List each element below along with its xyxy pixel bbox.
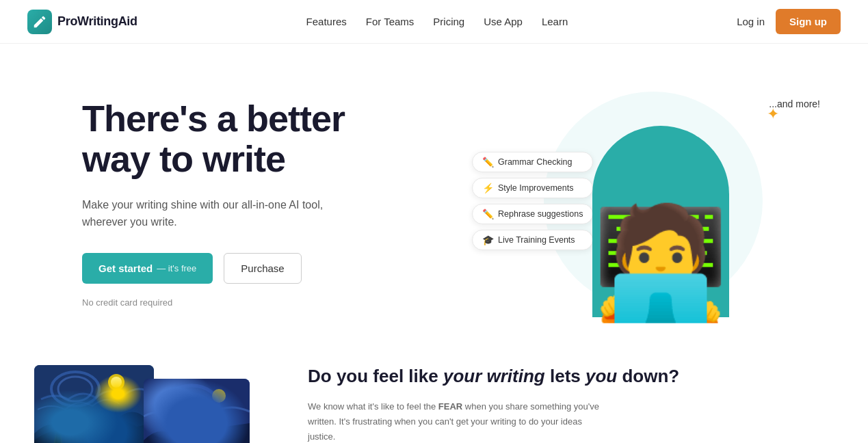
free-tag: — it's free — [157, 263, 196, 273]
chip-grammar: ✏️ Grammar Checking — [472, 152, 593, 172]
purchase-button[interactable]: Purchase — [224, 253, 301, 284]
logo-text: ProWritingAid — [57, 14, 137, 29]
star-decoration: ✦ — [767, 105, 779, 123]
hero-title: There's a better way to write — [82, 98, 438, 180]
no-credit-text: No credit card required — [82, 297, 438, 308]
svg-rect-0 — [34, 365, 154, 443]
style-icon: ⚡ — [482, 183, 494, 193]
painting-card-2 — [144, 379, 250, 443]
person-emoji: 🧑‍💻 — [592, 208, 729, 317]
nav-features[interactable]: Features — [306, 16, 347, 27]
svg-point-3 — [108, 374, 124, 390]
chip-style: ⚡ Style Improvements — [472, 178, 593, 198]
nav-pricing[interactable]: Pricing — [433, 16, 464, 27]
painting-card-1 — [34, 365, 154, 443]
svg-point-7 — [172, 392, 211, 420]
nav-for-teams[interactable]: For Teams — [366, 16, 415, 27]
chip-rephrase: ✏️ Rephrase suggestions — [472, 204, 593, 224]
svg-point-2 — [58, 377, 92, 401]
hero-subtitle: Make your writing shine with our all-in-… — [82, 196, 342, 231]
chip-rephrase-label: Rephrase suggestions — [498, 209, 583, 219]
chip-style-label: Style Improvements — [498, 183, 573, 193]
signup-button[interactable]: Sign up — [776, 9, 841, 34]
bottom-description: We know what it's like to feel the FEAR … — [308, 399, 609, 443]
hero-person: 🧑‍💻 — [586, 112, 736, 317]
bottom-section: My idea in my head Do you feel like your… — [0, 358, 868, 443]
svg-point-6 — [164, 386, 219, 427]
svg-point-4 — [111, 377, 122, 388]
bottom-title: Do you feel like your writing lets you d… — [308, 365, 841, 388]
hero-buttons: Get started — it's free Purchase — [82, 253, 438, 284]
rephrase-icon: ✏️ — [482, 209, 494, 219]
bottom-text: Do you feel like your writing lets you d… — [308, 358, 841, 443]
chip-training-label: Live Training Events — [498, 235, 575, 245]
navbar-right: Log in Sign up — [737, 9, 841, 34]
svg-rect-5 — [144, 379, 250, 443]
nav-menu: Features For Teams Pricing Use App Learn — [306, 16, 568, 28]
logo-container[interactable]: ProWritingAid — [27, 10, 137, 34]
nav-use-app[interactable]: Use App — [484, 16, 523, 27]
get-started-button[interactable]: Get started — it's free — [82, 253, 213, 284]
nav-learn[interactable]: Learn — [542, 16, 568, 27]
grammar-icon: ✏️ — [482, 157, 494, 167]
svg-point-8 — [212, 389, 226, 403]
bottom-image-area: My idea in my head — [27, 358, 267, 443]
svg-point-1 — [51, 372, 99, 406]
chip-training: 🎓 Live Training Events — [472, 230, 593, 250]
training-icon: 🎓 — [482, 234, 494, 245]
chip-grammar-label: Grammar Checking — [498, 157, 572, 167]
get-started-label: Get started — [98, 263, 153, 274]
hero-content: There's a better way to write Make your … — [82, 85, 438, 308]
navbar: ProWritingAid Features For Teams Pricing… — [0, 0, 868, 44]
hero-section: There's a better way to write Make your … — [0, 44, 868, 345]
feature-chips: ✏️ Grammar Checking ⚡ Style Improvements… — [472, 152, 593, 250]
login-button[interactable]: Log in — [737, 16, 765, 27]
logo-icon — [27, 10, 52, 34]
hero-image: 🧑‍💻 ✏️ Grammar Checking ⚡ Style Improvem… — [465, 85, 841, 317]
